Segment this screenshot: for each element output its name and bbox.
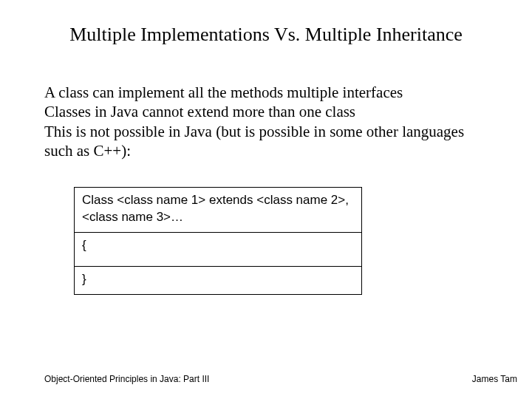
- footer: Object-Oriented Principles in Java: Part…: [44, 374, 517, 384]
- body-line-1: A class can implement all the methods mu…: [44, 83, 488, 102]
- code-row-3: }: [75, 267, 361, 294]
- footer-right: James Tam: [472, 374, 517, 384]
- body-line-2: Classes in Java cannot extend more than …: [44, 102, 488, 121]
- body-line-3: This is not possible in Java (but is pos…: [44, 122, 488, 161]
- slide: Multiple Implementations Vs. Multiple In…: [0, 0, 532, 399]
- footer-left: Object-Oriented Principles in Java: Part…: [44, 374, 209, 384]
- code-row-1: Class <class name 1> extends <class name…: [75, 188, 361, 233]
- code-row-2: {: [75, 233, 361, 267]
- code-box: Class <class name 1> extends <class name…: [74, 187, 362, 295]
- body-text: A class can implement all the methods mu…: [44, 83, 488, 160]
- slide-title: Multiple Implementations Vs. Multiple In…: [44, 24, 488, 46]
